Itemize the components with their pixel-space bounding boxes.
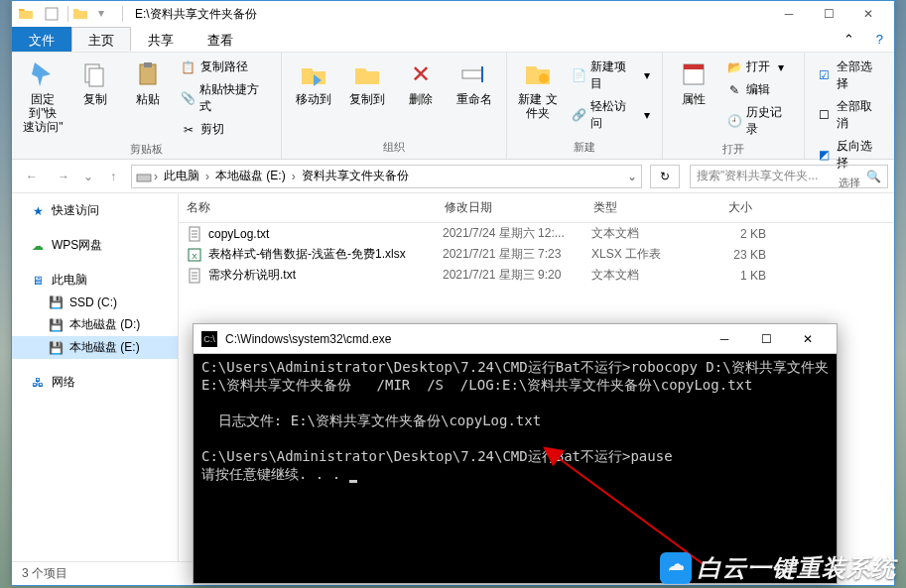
group-organize: 移动到 复制到 ✕删除 重命名 组织 xyxy=(282,53,507,159)
group-label: 剪贴板 xyxy=(130,142,163,157)
qat-dropdown-icon[interactable]: ▾ xyxy=(98,6,114,22)
cmd-close-button[interactable]: ✕ xyxy=(787,324,829,354)
svg-rect-9 xyxy=(684,64,704,69)
tab-share[interactable]: 共享 xyxy=(131,27,191,52)
address-dropdown[interactable]: ⌄ xyxy=(627,170,637,183)
nav-wps[interactable]: ☁WPS网盘 xyxy=(12,234,178,257)
chevron-right-icon[interactable]: › xyxy=(203,170,211,183)
cmd-window: C:\ C:\Windows\system32\cmd.exe ─ ☐ ✕ C:… xyxy=(193,323,838,584)
file-name: copyLog.txt xyxy=(208,227,443,241)
edit-button[interactable]: ✎编辑 xyxy=(722,79,796,100)
minimize-button[interactable]: ─ xyxy=(769,1,809,27)
cmd-output[interactable]: C:\Users\Administrator\Desktop\7.24\CMD运… xyxy=(194,354,837,487)
easy-access-button[interactable]: 🔗轻松访问▾ xyxy=(567,96,653,134)
pin-button[interactable]: 固定到"快 速访问" xyxy=(20,57,66,136)
cmd-title: C:\Windows\system32\cmd.exe xyxy=(225,332,704,346)
file-row[interactable]: X表格样式-销售数据-浅蓝色-免费1.xlsx2021/7/21 星期三 7:2… xyxy=(179,244,894,265)
group-open: 属性 📂打开▾ ✎编辑 🕘历史记录 打开 xyxy=(663,53,805,159)
nav-drive-c[interactable]: 💾SSD (C:) xyxy=(12,292,178,313)
navigation-pane: ★快速访问 ☁WPS网盘 🖥此电脑 💾SSD (C:) 💾本地磁盘 (D:) 💾… xyxy=(12,193,179,561)
cmd-minimize-button[interactable]: ─ xyxy=(704,324,745,354)
nav-quick-access[interactable]: ★快速访问 xyxy=(12,199,178,222)
nav-drive-e[interactable]: 💾本地磁盘 (E:) xyxy=(12,336,178,359)
window-title: E:\资料共享文件夹备份 xyxy=(135,6,257,23)
file-type: 文本文档 xyxy=(591,267,707,284)
properties-button[interactable]: 属性 xyxy=(671,57,717,108)
address-bar[interactable]: › 此电脑 › 本地磁盘 (E:) › 资料共享文件夹备份 ⌄ xyxy=(131,165,642,188)
file-name: 表格样式-销售数据-浅蓝色-免费1.xlsx xyxy=(208,246,443,263)
file-type: XLSX 工作表 xyxy=(591,246,707,263)
folder-icon xyxy=(18,6,34,22)
svg-rect-2 xyxy=(89,68,103,86)
svg-rect-5 xyxy=(462,70,482,78)
svg-point-7 xyxy=(539,73,549,83)
separator xyxy=(67,6,68,22)
copy-button[interactable]: 复制 xyxy=(72,57,119,108)
drive-icon xyxy=(136,169,152,184)
svg-text:X: X xyxy=(192,252,197,261)
group-select: ☑全部选择 ☐全部取消 ◩反向选择 选择 xyxy=(805,53,894,159)
file-icon xyxy=(187,226,202,242)
search-placeholder: 搜索"资料共享文件夹... xyxy=(697,168,818,184)
rename-button[interactable]: 重命名 xyxy=(451,57,498,108)
chevron-right-icon[interactable]: › xyxy=(290,170,298,183)
column-name[interactable]: 名称 xyxy=(179,193,437,222)
file-date: 2021/7/21 星期三 7:23 xyxy=(443,246,591,263)
cut-button[interactable]: ✂剪切 xyxy=(177,119,273,140)
history-button[interactable]: 🕘历史记录 xyxy=(722,102,796,140)
tab-home[interactable]: 主页 xyxy=(71,27,131,52)
ribbon-tabs: 文件 主页 共享 查看 ⌃ ? xyxy=(12,27,894,53)
breadcrumb-segment[interactable]: 本地磁盘 (E:) xyxy=(211,166,290,186)
file-name: 需求分析说明.txt xyxy=(208,267,443,284)
file-icon xyxy=(187,268,202,284)
tab-file[interactable]: 文件 xyxy=(12,27,71,52)
open-button[interactable]: 📂打开▾ xyxy=(722,57,796,77)
group-clipboard: 固定到"快 速访问" 复制 粘贴 📋复制路径 📎粘贴快捷方式 ✂剪切 剪贴板 xyxy=(12,53,282,159)
paste-shortcut-button[interactable]: 📎粘贴快捷方式 xyxy=(177,79,273,117)
copy-to-button[interactable]: 复制到 xyxy=(343,57,391,108)
group-label: 组织 xyxy=(383,140,405,155)
group-label: 打开 xyxy=(722,142,744,157)
maximize-button[interactable]: ☐ xyxy=(809,1,848,27)
nav-network[interactable]: 🖧网络 xyxy=(12,371,178,394)
breadcrumb-segment[interactable]: 资料共享文件夹备份 xyxy=(298,166,413,186)
cmd-maximize-button[interactable]: ☐ xyxy=(745,324,787,354)
paste-button[interactable]: 粘贴 xyxy=(124,57,171,108)
copy-path-button[interactable]: 📋复制路径 xyxy=(177,57,273,77)
delete-button[interactable]: ✕删除 xyxy=(397,57,445,108)
qat-properties-icon[interactable] xyxy=(44,6,60,22)
file-icon: X xyxy=(187,247,202,263)
help-button[interactable]: ? xyxy=(865,27,894,52)
nav-this-pc[interactable]: 🖥此电脑 xyxy=(12,269,178,292)
title-bar: ▾ E:\资料共享文件夹备份 ─ ☐ ✕ xyxy=(12,1,894,27)
file-row[interactable]: copyLog.txt2021/7/24 星期六 12:...文本文档2 KB xyxy=(179,223,894,244)
cmd-title-bar: C:\ C:\Windows\system32\cmd.exe ─ ☐ ✕ xyxy=(194,324,837,354)
column-date[interactable]: 修改日期 xyxy=(437,193,585,222)
recent-button[interactable]: ⌄ xyxy=(81,165,95,188)
breadcrumb-segment[interactable]: 此电脑 xyxy=(160,166,203,186)
tab-view[interactable]: 查看 xyxy=(191,27,250,52)
column-size[interactable]: 大小 xyxy=(701,193,760,222)
back-button[interactable]: ← xyxy=(18,165,46,188)
up-button[interactable]: ↑ xyxy=(99,165,127,188)
move-to-button[interactable]: 移动到 xyxy=(290,57,337,108)
file-date: 2021/7/21 星期三 9:20 xyxy=(443,267,591,284)
file-row[interactable]: 需求分析说明.txt2021/7/21 星期三 9:20文本文档1 KB xyxy=(179,265,894,286)
refresh-button[interactable]: ↻ xyxy=(650,165,680,188)
file-type: 文本文档 xyxy=(591,225,707,242)
search-icon: 🔍 xyxy=(866,170,881,183)
qat-folder-icon[interactable] xyxy=(72,6,88,22)
ribbon-collapse[interactable]: ⌃ xyxy=(833,27,865,52)
select-all-button[interactable]: ☑全部选择 xyxy=(813,57,886,94)
column-type[interactable]: 类型 xyxy=(585,193,701,222)
item-count: 3 个项目 xyxy=(22,565,67,582)
close-button[interactable]: ✕ xyxy=(848,1,888,27)
forward-button[interactable]: → xyxy=(50,165,77,188)
chevron-right-icon[interactable]: › xyxy=(152,170,160,183)
separator xyxy=(122,6,123,22)
search-input[interactable]: 搜索"资料共享文件夹... 🔍 xyxy=(690,165,888,188)
new-item-button[interactable]: 📄新建项目▾ xyxy=(567,57,653,94)
nav-drive-d[interactable]: 💾本地磁盘 (D:) xyxy=(12,313,178,336)
new-folder-button[interactable]: 新建 文件夹 xyxy=(515,57,562,122)
select-none-button[interactable]: ☐全部取消 xyxy=(813,96,886,134)
